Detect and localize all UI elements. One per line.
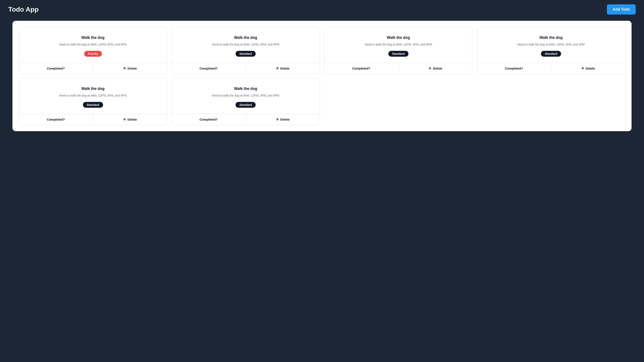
x-icon: ✕ [582, 66, 584, 70]
todo-card-body: Walk the dog Need to walk the dog at 9AM… [324, 27, 472, 63]
todo-description: Need to walk the dog at 9AM, 12PM, 5PM, … [212, 93, 279, 98]
completed-button[interactable]: Completed? [324, 63, 398, 74]
todo-badge: Standard [236, 51, 256, 57]
todo-card-body: Walk the dog Need to walk the dog at 9AM… [172, 27, 320, 63]
add-todo-button[interactable]: Add Todo [607, 4, 636, 15]
todo-title: Walk the dog [82, 36, 104, 40]
delete-button[interactable]: ✕ Delete [551, 63, 625, 74]
x-icon: ✕ [123, 117, 126, 121]
todo-card-footer: Completed? ✕ Delete [324, 63, 472, 74]
todo-card: Walk the dog Need to walk the dog at 9AM… [172, 27, 320, 74]
delete-button[interactable]: ✕ Delete [93, 63, 167, 74]
todo-card-footer: Completed? ✕ Delete [172, 114, 320, 125]
todo-card: Walk the dog Need to walk the dog at 9AM… [19, 27, 167, 74]
todo-title: Walk the dog [234, 87, 257, 91]
delete-button[interactable]: ✕ Delete [398, 63, 472, 74]
todo-badge: Priority [84, 51, 102, 57]
todo-card-body: Walk the dog Need to walk the dog at 9AM… [172, 78, 320, 114]
todo-badge: Standard [541, 51, 561, 57]
x-icon: ✕ [276, 66, 279, 70]
todo-card-footer: Completed? ✕ Delete [19, 63, 167, 74]
app-title: Todo App [8, 6, 38, 13]
todo-grid: Walk the dog Need to walk the dog at 9AM… [19, 27, 625, 125]
delete-button[interactable]: ✕ Delete [93, 114, 167, 125]
delete-button[interactable]: ✕ Delete [246, 114, 320, 125]
x-icon: ✕ [276, 117, 279, 121]
todo-card-body: Walk the dog Need to walk the dog at 9AM… [477, 27, 625, 63]
todo-card: Walk the dog Need to walk the dog at 9AM… [477, 27, 626, 74]
todo-card: Walk the dog Need to walk the dog at 9AM… [324, 27, 473, 74]
header: Todo App Add Todo [0, 0, 644, 19]
todo-title: Walk the dog [234, 36, 257, 40]
todo-title: Walk the dog [387, 36, 410, 40]
todo-card: Walk the dog Need to walk the dog at 9AM… [172, 78, 320, 125]
todo-badge: Standard [388, 51, 408, 57]
todo-badge: Standard [236, 102, 256, 108]
delete-button[interactable]: ✕ Delete [246, 63, 320, 74]
todo-title: Walk the dog [82, 87, 104, 91]
todo-card-body: Walk the dog Need to walk the dog at 9AM… [19, 78, 167, 114]
todo-badge: Standard [83, 102, 103, 108]
x-icon: ✕ [123, 66, 126, 70]
todo-description: Need to walk the dog at 9AM, 12PM, 5PM, … [59, 93, 127, 98]
completed-button[interactable]: Completed? [19, 114, 93, 125]
main-container: Walk the dog Need to walk the dog at 9AM… [12, 21, 632, 131]
todo-description: Need to walk the dog at 9AM, 12PM, 5PM, … [59, 42, 127, 47]
todo-card-footer: Completed? ✕ Delete [172, 63, 320, 74]
x-icon: ✕ [428, 66, 431, 70]
todo-description: Need to walk the dog at 9AM, 12PM, 5PM, … [517, 42, 585, 47]
todo-card-body: Walk the dog Need to walk the dog at 9AM… [19, 27, 167, 63]
todo-card-footer: Completed? ✕ Delete [477, 63, 625, 74]
completed-button[interactable]: Completed? [172, 114, 246, 125]
todo-description: Need to walk the dog at 9AM, 12PM, 5PM, … [365, 42, 432, 47]
completed-button[interactable]: Completed? [172, 63, 246, 74]
todo-card-footer: Completed? ✕ Delete [19, 114, 167, 125]
completed-button[interactable]: Completed? [477, 63, 551, 74]
todo-card: Walk the dog Need to walk the dog at 9AM… [19, 78, 167, 125]
completed-button[interactable]: Completed? [19, 63, 93, 74]
todo-description: Need to walk the dog at 9AM, 12PM, 5PM, … [212, 42, 279, 47]
todo-title: Walk the dog [540, 36, 562, 40]
